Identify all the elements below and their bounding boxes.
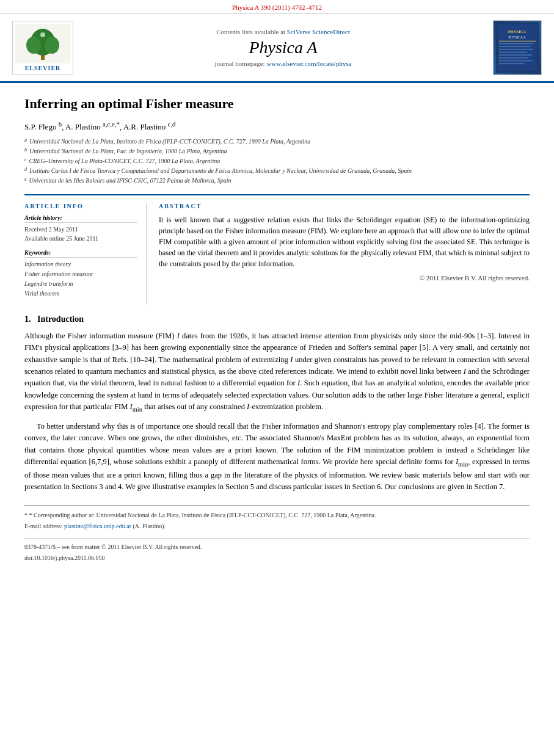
history-label: Article history: [24, 214, 137, 223]
elsevier-tree-icon [15, 24, 70, 64]
homepage-line: journal homepage: www.elsevier.com/locat… [79, 60, 487, 67]
email-note: E-mail address: plastino@fisica.unlp.edu… [24, 522, 530, 531]
affil-c: c CREG–University of La Plata-CONICET, C… [24, 156, 530, 166]
abstract-heading: ABSTRACT [159, 203, 530, 209]
keyword-2: Fisher information measure [24, 269, 137, 279]
svg-rect-15 [499, 54, 532, 56]
svg-rect-11 [499, 43, 533, 45]
abstract-text: It is well known that a suggestive relat… [159, 214, 530, 269]
affil-a: a Universidad Nacional de La Plata, Inst… [24, 137, 530, 147]
abstract-column: ABSTRACT It is well known that a suggest… [159, 203, 530, 305]
affil-b: b Universidad Nacional de La Plata, Fac.… [24, 147, 530, 156]
section-1-paragraph-1: Although the Fisher information measure … [24, 330, 530, 415]
svg-rect-13 [499, 49, 533, 50]
sciverse-link[interactable]: SciVerse ScienceDirect [287, 28, 350, 35]
svg-rect-14 [499, 52, 528, 53]
section-1-paragraph-2: To better understand why this is of impo… [24, 421, 530, 493]
svg-text:PHYSICA A: PHYSICA A [508, 35, 526, 39]
elsevier-wordmark: ELSEVIER [25, 65, 61, 71]
svg-point-5 [40, 32, 45, 37]
article-info-heading: ARTICLE INFO [24, 203, 137, 209]
svg-rect-12 [499, 46, 530, 47]
elsevier-logo: ELSEVIER [12, 21, 73, 75]
article-info-abstract-section: ARTICLE INFO Article history: Received 2… [24, 194, 530, 305]
keywords-list: Information theory Fisher information me… [24, 260, 137, 299]
contents-available-line: Contents lists available at SciVerse Sci… [79, 28, 487, 35]
section-number: 1. [24, 314, 31, 324]
citation-bar: Physica A 390 (2011) 4702–4712 [0, 0, 554, 14]
author-sup-ace: a,c,e,* [103, 120, 120, 128]
affiliations: a Universidad Nacional de La Plata, Inst… [24, 137, 530, 186]
svg-rect-17 [499, 60, 533, 62]
main-content: Inferring an optimal Fisher measure S.P.… [0, 83, 554, 576]
doi-text: doi:10.1016/j.physa.2011.06.050 [24, 553, 530, 562]
keywords-label: Keywords: [24, 249, 137, 258]
affil-e: e Universitat de les Illes Balears and I… [24, 176, 530, 186]
author-sup-cd: c,d [168, 120, 176, 128]
svg-point-4 [45, 37, 59, 54]
affil-d: d Instituto Carlos I de Física Teorica y… [24, 166, 530, 176]
authors: S.P. Flego b, A. Plastino a,c,e,*, A.R. … [24, 120, 530, 132]
available-date: Available online 25 June 2011 [24, 234, 137, 243]
journal-title: Physica A [79, 38, 487, 57]
journal-center: Contents lists available at SciVerse Sci… [79, 28, 487, 67]
homepage-link[interactable]: www.elsevier.com/locate/physa [266, 60, 351, 67]
received-date: Received 2 May 2011 [24, 225, 137, 234]
corresponding-author-note: * * Corresponding author at: Universidad… [24, 511, 530, 520]
svg-rect-18 [499, 63, 525, 64]
journal-header: ELSEVIER Contents lists available at Sci… [0, 14, 554, 83]
section-1: 1. Introduction Although the Fisher info… [24, 314, 530, 493]
journal-cover-icon: PHYSICA PHYSICA A [496, 21, 539, 75]
keyword-4: Virial theorem [24, 289, 137, 299]
svg-rect-16 [499, 57, 529, 59]
citation-text: Physica A 390 (2011) 4702–4712 [232, 4, 322, 11]
section-title: Introduction [37, 314, 84, 324]
svg-text:PHYSICA: PHYSICA [508, 29, 527, 34]
journal-thumbnail: PHYSICA PHYSICA A [493, 20, 542, 75]
keyword-3: Legendre transform [24, 279, 137, 289]
keywords-section: Keywords: Information theory Fisher info… [24, 249, 137, 299]
author-sup-b: b [59, 120, 62, 128]
keyword-1: Information theory [24, 260, 137, 269]
svg-rect-10 [499, 41, 536, 42]
section-1-heading: 1. Introduction [24, 314, 530, 324]
copyright-text: © 2011 Elsevier B.V. All rights reserved… [159, 274, 530, 282]
footer-bar: 0378-4371/$ – see front matter © 2011 El… [24, 538, 530, 562]
email-link[interactable]: plastino@fisica.unlp.edu.ar [64, 523, 133, 529]
article-history-section: Article history: Received 2 May 2011 Ava… [24, 214, 137, 243]
article-info-column: ARTICLE INFO Article history: Received 2… [24, 203, 147, 305]
svg-point-3 [26, 37, 41, 54]
issn-text: 0378-4371/$ – see front matter © 2011 El… [24, 542, 530, 551]
article-title: Inferring an optimal Fisher measure [24, 95, 530, 113]
footnotes-section: * * Corresponding author at: Universidad… [24, 505, 530, 531]
